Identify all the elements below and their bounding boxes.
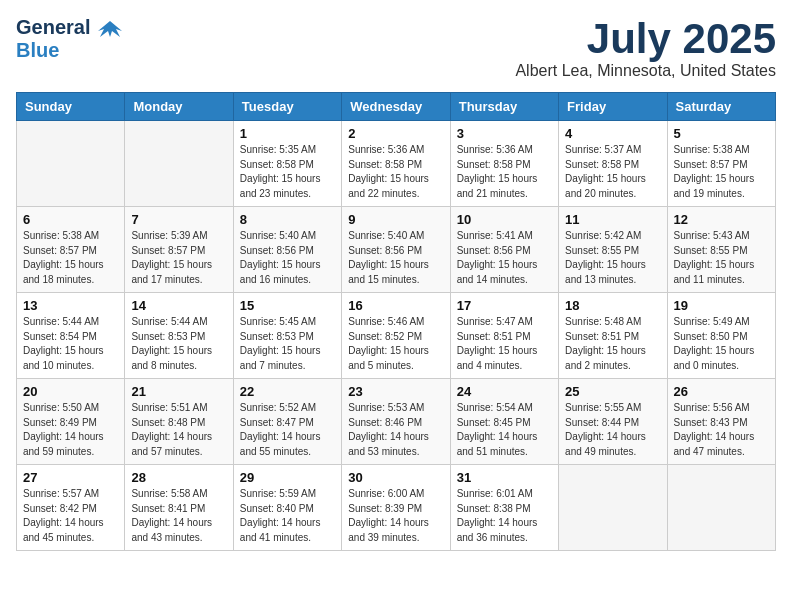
calendar-week-row: 6Sunrise: 5:38 AM Sunset: 8:57 PM Daylig… bbox=[17, 207, 776, 293]
day-info: Sunrise: 5:52 AM Sunset: 8:47 PM Dayligh… bbox=[240, 401, 335, 459]
table-row: 3Sunrise: 5:36 AM Sunset: 8:58 PM Daylig… bbox=[450, 121, 558, 207]
table-row: 8Sunrise: 5:40 AM Sunset: 8:56 PM Daylig… bbox=[233, 207, 341, 293]
day-number: 2 bbox=[348, 126, 443, 141]
table-row: 12Sunrise: 5:43 AM Sunset: 8:55 PM Dayli… bbox=[667, 207, 775, 293]
day-number: 16 bbox=[348, 298, 443, 313]
day-info: Sunrise: 5:50 AM Sunset: 8:49 PM Dayligh… bbox=[23, 401, 118, 459]
day-number: 20 bbox=[23, 384, 118, 399]
table-row: 26Sunrise: 5:56 AM Sunset: 8:43 PM Dayli… bbox=[667, 379, 775, 465]
day-number: 10 bbox=[457, 212, 552, 227]
day-info: Sunrise: 5:56 AM Sunset: 8:43 PM Dayligh… bbox=[674, 401, 769, 459]
day-info: Sunrise: 5:44 AM Sunset: 8:54 PM Dayligh… bbox=[23, 315, 118, 373]
svg-marker-0 bbox=[98, 21, 122, 37]
day-info: Sunrise: 6:00 AM Sunset: 8:39 PM Dayligh… bbox=[348, 487, 443, 545]
table-row: 25Sunrise: 5:55 AM Sunset: 8:44 PM Dayli… bbox=[559, 379, 667, 465]
col-tuesday: Tuesday bbox=[233, 93, 341, 121]
day-number: 31 bbox=[457, 470, 552, 485]
table-row: 16Sunrise: 5:46 AM Sunset: 8:52 PM Dayli… bbox=[342, 293, 450, 379]
day-number: 4 bbox=[565, 126, 660, 141]
day-number: 7 bbox=[131, 212, 226, 227]
header: General Blue July 2025 Albert Lea, Minne… bbox=[16, 16, 776, 80]
table-row: 1Sunrise: 5:35 AM Sunset: 8:58 PM Daylig… bbox=[233, 121, 341, 207]
table-row: 2Sunrise: 5:36 AM Sunset: 8:58 PM Daylig… bbox=[342, 121, 450, 207]
col-friday: Friday bbox=[559, 93, 667, 121]
day-info: Sunrise: 5:48 AM Sunset: 8:51 PM Dayligh… bbox=[565, 315, 660, 373]
table-row: 7Sunrise: 5:39 AM Sunset: 8:57 PM Daylig… bbox=[125, 207, 233, 293]
table-row: 29Sunrise: 5:59 AM Sunset: 8:40 PM Dayli… bbox=[233, 465, 341, 551]
day-number: 25 bbox=[565, 384, 660, 399]
table-row: 11Sunrise: 5:42 AM Sunset: 8:55 PM Dayli… bbox=[559, 207, 667, 293]
logo-blue: Blue bbox=[16, 39, 59, 61]
main-title: July 2025 bbox=[515, 16, 776, 62]
calendar-week-row: 13Sunrise: 5:44 AM Sunset: 8:54 PM Dayli… bbox=[17, 293, 776, 379]
day-number: 8 bbox=[240, 212, 335, 227]
day-number: 29 bbox=[240, 470, 335, 485]
calendar-week-row: 20Sunrise: 5:50 AM Sunset: 8:49 PM Dayli… bbox=[17, 379, 776, 465]
day-number: 11 bbox=[565, 212, 660, 227]
logo-bird-icon bbox=[94, 17, 126, 39]
calendar-header-row: Sunday Monday Tuesday Wednesday Thursday… bbox=[17, 93, 776, 121]
day-info: Sunrise: 5:54 AM Sunset: 8:45 PM Dayligh… bbox=[457, 401, 552, 459]
col-wednesday: Wednesday bbox=[342, 93, 450, 121]
table-row: 15Sunrise: 5:45 AM Sunset: 8:53 PM Dayli… bbox=[233, 293, 341, 379]
day-number: 5 bbox=[674, 126, 769, 141]
col-monday: Monday bbox=[125, 93, 233, 121]
day-info: Sunrise: 5:38 AM Sunset: 8:57 PM Dayligh… bbox=[23, 229, 118, 287]
title-section: July 2025 Albert Lea, Minnesota, United … bbox=[515, 16, 776, 80]
table-row: 24Sunrise: 5:54 AM Sunset: 8:45 PM Dayli… bbox=[450, 379, 558, 465]
day-info: Sunrise: 5:51 AM Sunset: 8:48 PM Dayligh… bbox=[131, 401, 226, 459]
day-number: 12 bbox=[674, 212, 769, 227]
day-info: Sunrise: 5:36 AM Sunset: 8:58 PM Dayligh… bbox=[348, 143, 443, 201]
table-row bbox=[667, 465, 775, 551]
table-row: 28Sunrise: 5:58 AM Sunset: 8:41 PM Dayli… bbox=[125, 465, 233, 551]
day-info: Sunrise: 5:46 AM Sunset: 8:52 PM Dayligh… bbox=[348, 315, 443, 373]
day-number: 15 bbox=[240, 298, 335, 313]
day-number: 23 bbox=[348, 384, 443, 399]
table-row: 27Sunrise: 5:57 AM Sunset: 8:42 PM Dayli… bbox=[17, 465, 125, 551]
page-wrapper: General Blue July 2025 Albert Lea, Minne… bbox=[16, 16, 776, 551]
table-row: 13Sunrise: 5:44 AM Sunset: 8:54 PM Dayli… bbox=[17, 293, 125, 379]
day-number: 24 bbox=[457, 384, 552, 399]
table-row: 18Sunrise: 5:48 AM Sunset: 8:51 PM Dayli… bbox=[559, 293, 667, 379]
table-row: 30Sunrise: 6:00 AM Sunset: 8:39 PM Dayli… bbox=[342, 465, 450, 551]
day-number: 28 bbox=[131, 470, 226, 485]
day-info: Sunrise: 5:58 AM Sunset: 8:41 PM Dayligh… bbox=[131, 487, 226, 545]
day-number: 22 bbox=[240, 384, 335, 399]
day-info: Sunrise: 5:49 AM Sunset: 8:50 PM Dayligh… bbox=[674, 315, 769, 373]
table-row bbox=[17, 121, 125, 207]
col-thursday: Thursday bbox=[450, 93, 558, 121]
day-info: Sunrise: 6:01 AM Sunset: 8:38 PM Dayligh… bbox=[457, 487, 552, 545]
day-number: 1 bbox=[240, 126, 335, 141]
day-info: Sunrise: 5:38 AM Sunset: 8:57 PM Dayligh… bbox=[674, 143, 769, 201]
table-row: 9Sunrise: 5:40 AM Sunset: 8:56 PM Daylig… bbox=[342, 207, 450, 293]
day-info: Sunrise: 5:55 AM Sunset: 8:44 PM Dayligh… bbox=[565, 401, 660, 459]
table-row: 14Sunrise: 5:44 AM Sunset: 8:53 PM Dayli… bbox=[125, 293, 233, 379]
subtitle: Albert Lea, Minnesota, United States bbox=[515, 62, 776, 80]
table-row: 23Sunrise: 5:53 AM Sunset: 8:46 PM Dayli… bbox=[342, 379, 450, 465]
col-sunday: Sunday bbox=[17, 93, 125, 121]
calendar-week-row: 1Sunrise: 5:35 AM Sunset: 8:58 PM Daylig… bbox=[17, 121, 776, 207]
table-row: 21Sunrise: 5:51 AM Sunset: 8:48 PM Dayli… bbox=[125, 379, 233, 465]
day-info: Sunrise: 5:42 AM Sunset: 8:55 PM Dayligh… bbox=[565, 229, 660, 287]
day-info: Sunrise: 5:44 AM Sunset: 8:53 PM Dayligh… bbox=[131, 315, 226, 373]
table-row bbox=[559, 465, 667, 551]
day-info: Sunrise: 5:40 AM Sunset: 8:56 PM Dayligh… bbox=[348, 229, 443, 287]
logo: General Blue bbox=[16, 16, 126, 62]
table-row: 4Sunrise: 5:37 AM Sunset: 8:58 PM Daylig… bbox=[559, 121, 667, 207]
table-row: 5Sunrise: 5:38 AM Sunset: 8:57 PM Daylig… bbox=[667, 121, 775, 207]
day-number: 3 bbox=[457, 126, 552, 141]
table-row: 6Sunrise: 5:38 AM Sunset: 8:57 PM Daylig… bbox=[17, 207, 125, 293]
day-number: 21 bbox=[131, 384, 226, 399]
day-info: Sunrise: 5:53 AM Sunset: 8:46 PM Dayligh… bbox=[348, 401, 443, 459]
day-number: 18 bbox=[565, 298, 660, 313]
day-info: Sunrise: 5:41 AM Sunset: 8:56 PM Dayligh… bbox=[457, 229, 552, 287]
day-info: Sunrise: 5:37 AM Sunset: 8:58 PM Dayligh… bbox=[565, 143, 660, 201]
day-info: Sunrise: 5:59 AM Sunset: 8:40 PM Dayligh… bbox=[240, 487, 335, 545]
day-info: Sunrise: 5:57 AM Sunset: 8:42 PM Dayligh… bbox=[23, 487, 118, 545]
col-saturday: Saturday bbox=[667, 93, 775, 121]
day-info: Sunrise: 5:43 AM Sunset: 8:55 PM Dayligh… bbox=[674, 229, 769, 287]
table-row: 31Sunrise: 6:01 AM Sunset: 8:38 PM Dayli… bbox=[450, 465, 558, 551]
day-info: Sunrise: 5:45 AM Sunset: 8:53 PM Dayligh… bbox=[240, 315, 335, 373]
day-number: 14 bbox=[131, 298, 226, 313]
table-row: 17Sunrise: 5:47 AM Sunset: 8:51 PM Dayli… bbox=[450, 293, 558, 379]
